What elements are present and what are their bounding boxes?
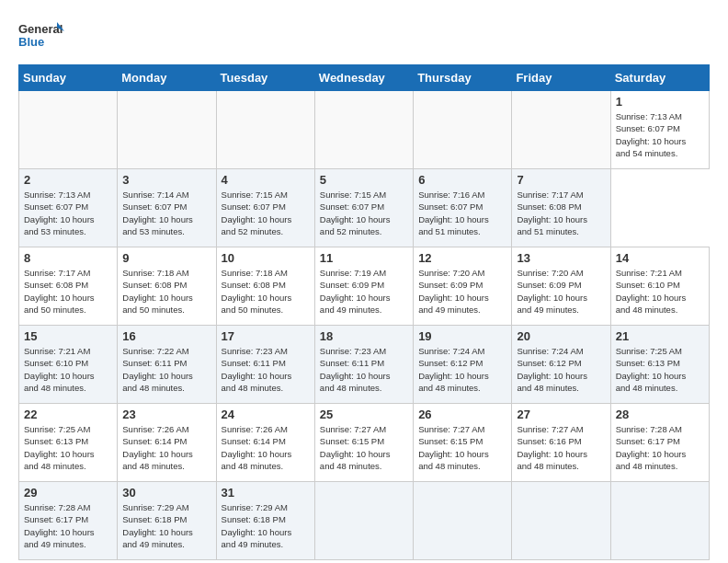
dow-header-monday: Monday [118, 65, 216, 91]
day-cell-7: 7Sunrise: 7:17 AMSunset: 6:08 PMDaylight… [512, 169, 610, 247]
day-number: 27 [517, 408, 605, 421]
day-number: 5 [320, 173, 408, 187]
day-info: Sunrise: 7:15 AMSunset: 6:07 PMDaylight:… [222, 190, 292, 236]
empty-cell [414, 482, 512, 560]
day-cell-26: 26Sunrise: 7:27 AMSunset: 6:15 PMDayligh… [414, 404, 512, 482]
empty-cell [216, 91, 314, 169]
day-cell-29: 29Sunrise: 7:28 AMSunset: 6:17 PMDayligh… [19, 482, 118, 560]
day-info: Sunrise: 7:27 AMSunset: 6:16 PMDaylight:… [517, 424, 587, 471]
logo-svg: General Blue [18, 18, 64, 55]
svg-text:General: General [18, 22, 63, 36]
day-info: Sunrise: 7:15 AMSunset: 6:07 PMDaylight:… [320, 190, 391, 236]
day-info: Sunrise: 7:26 AMSunset: 6:14 PMDaylight:… [122, 424, 193, 471]
day-number: 4 [222, 173, 310, 187]
day-info: Sunrise: 7:21 AMSunset: 6:10 PMDaylight:… [616, 268, 687, 315]
day-number: 18 [320, 329, 408, 343]
day-cell-30: 30Sunrise: 7:29 AMSunset: 6:18 PMDayligh… [118, 482, 216, 560]
dow-header-friday: Friday [512, 65, 610, 91]
empty-cell [512, 91, 610, 169]
day-number: 26 [418, 408, 506, 421]
day-cell-9: 9Sunrise: 7:18 AMSunset: 6:08 PMDaylight… [118, 247, 216, 326]
day-info: Sunrise: 7:20 AMSunset: 6:09 PMDaylight:… [418, 268, 489, 315]
day-cell-24: 24Sunrise: 7:26 AMSunset: 6:14 PMDayligh… [216, 404, 314, 482]
days-of-week-row: SundayMondayTuesdayWednesdayThursdayFrid… [19, 65, 710, 91]
day-cell-28: 28Sunrise: 7:28 AMSunset: 6:17 PMDayligh… [610, 404, 709, 482]
day-number: 1 [616, 95, 704, 109]
day-number: 6 [418, 173, 506, 187]
day-number: 13 [517, 251, 605, 265]
day-number: 31 [222, 486, 310, 500]
day-number: 16 [122, 329, 210, 343]
day-info: Sunrise: 7:18 AMSunset: 6:08 PMDaylight:… [122, 268, 193, 315]
day-number: 15 [24, 329, 112, 343]
day-cell-2: 2Sunrise: 7:13 AMSunset: 6:07 PMDaylight… [19, 169, 118, 247]
day-cell-1: 1Sunrise: 7:13 AMSunset: 6:07 PMDaylight… [610, 91, 709, 169]
day-cell-8: 8Sunrise: 7:17 AMSunset: 6:08 PMDaylight… [19, 247, 118, 326]
day-info: Sunrise: 7:24 AMSunset: 6:12 PMDaylight:… [517, 346, 587, 393]
day-info: Sunrise: 7:20 AMSunset: 6:09 PMDaylight:… [517, 268, 587, 315]
day-info: Sunrise: 7:28 AMSunset: 6:17 PMDaylight:… [24, 502, 95, 549]
day-info: Sunrise: 7:17 AMSunset: 6:08 PMDaylight:… [24, 268, 95, 315]
day-info: Sunrise: 7:21 AMSunset: 6:10 PMDaylight:… [24, 346, 95, 393]
day-number: 7 [517, 173, 605, 187]
day-info: Sunrise: 7:13 AMSunset: 6:07 PMDaylight:… [616, 111, 687, 158]
day-cell-6: 6Sunrise: 7:16 AMSunset: 6:07 PMDaylight… [414, 169, 512, 247]
day-cell-3: 3Sunrise: 7:14 AMSunset: 6:07 PMDaylight… [118, 169, 216, 247]
day-info: Sunrise: 7:27 AMSunset: 6:15 PMDaylight:… [320, 424, 391, 471]
day-info: Sunrise: 7:29 AMSunset: 6:18 PMDaylight:… [222, 502, 292, 549]
day-cell-16: 16Sunrise: 7:22 AMSunset: 6:11 PMDayligh… [118, 326, 216, 404]
empty-cell [610, 482, 709, 560]
day-number: 19 [418, 329, 506, 343]
day-cell-13: 13Sunrise: 7:20 AMSunset: 6:09 PMDayligh… [512, 247, 610, 326]
day-number: 2 [24, 173, 112, 187]
day-number: 29 [24, 486, 112, 500]
day-cell-18: 18Sunrise: 7:23 AMSunset: 6:11 PMDayligh… [314, 326, 413, 404]
week-row-2: 2Sunrise: 7:13 AMSunset: 6:07 PMDaylight… [19, 169, 710, 247]
day-info: Sunrise: 7:23 AMSunset: 6:11 PMDaylight:… [320, 346, 391, 393]
dow-header-sunday: Sunday [19, 65, 118, 91]
day-info: Sunrise: 7:28 AMSunset: 6:17 PMDaylight:… [616, 424, 687, 471]
day-info: Sunrise: 7:25 AMSunset: 6:13 PMDaylight:… [616, 346, 687, 393]
day-cell-21: 21Sunrise: 7:25 AMSunset: 6:13 PMDayligh… [610, 326, 709, 404]
day-number: 21 [616, 329, 704, 343]
dow-header-saturday: Saturday [610, 65, 709, 91]
day-number: 25 [320, 408, 408, 421]
dow-header-wednesday: Wednesday [314, 65, 413, 91]
day-info: Sunrise: 7:17 AMSunset: 6:08 PMDaylight:… [517, 190, 587, 236]
empty-cell [314, 482, 413, 560]
day-number: 24 [222, 408, 310, 421]
day-cell-4: 4Sunrise: 7:15 AMSunset: 6:07 PMDaylight… [216, 169, 314, 247]
day-cell-12: 12Sunrise: 7:20 AMSunset: 6:09 PMDayligh… [414, 247, 512, 326]
day-number: 30 [122, 486, 210, 500]
day-info: Sunrise: 7:14 AMSunset: 6:07 PMDaylight:… [122, 190, 193, 236]
day-cell-31: 31Sunrise: 7:29 AMSunset: 6:18 PMDayligh… [216, 482, 314, 560]
dow-header-thursday: Thursday [414, 65, 512, 91]
week-row-6: 29Sunrise: 7:28 AMSunset: 6:17 PMDayligh… [19, 482, 710, 560]
week-row-5: 22Sunrise: 7:25 AMSunset: 6:13 PMDayligh… [19, 404, 710, 482]
day-info: Sunrise: 7:18 AMSunset: 6:08 PMDaylight:… [222, 268, 292, 315]
day-number: 22 [24, 408, 112, 421]
day-info: Sunrise: 7:19 AMSunset: 6:09 PMDaylight:… [320, 268, 391, 315]
day-cell-17: 17Sunrise: 7:23 AMSunset: 6:11 PMDayligh… [216, 326, 314, 404]
day-cell-22: 22Sunrise: 7:25 AMSunset: 6:13 PMDayligh… [19, 404, 118, 482]
week-row-4: 15Sunrise: 7:21 AMSunset: 6:10 PMDayligh… [19, 326, 710, 404]
day-number: 17 [222, 329, 310, 343]
week-row-1: 1Sunrise: 7:13 AMSunset: 6:07 PMDaylight… [19, 91, 710, 169]
svg-text:Blue: Blue [18, 35, 44, 49]
day-cell-25: 25Sunrise: 7:27 AMSunset: 6:15 PMDayligh… [314, 404, 413, 482]
day-info: Sunrise: 7:24 AMSunset: 6:12 PMDaylight:… [418, 346, 489, 393]
day-number: 9 [122, 251, 210, 265]
empty-cell [512, 482, 610, 560]
day-cell-14: 14Sunrise: 7:21 AMSunset: 6:10 PMDayligh… [610, 247, 709, 326]
empty-cell [314, 91, 413, 169]
day-cell-23: 23Sunrise: 7:26 AMSunset: 6:14 PMDayligh… [118, 404, 216, 482]
day-cell-19: 19Sunrise: 7:24 AMSunset: 6:12 PMDayligh… [414, 326, 512, 404]
logo: General Blue [18, 18, 64, 55]
empty-cell [414, 91, 512, 169]
empty-cell [118, 91, 216, 169]
day-cell-15: 15Sunrise: 7:21 AMSunset: 6:10 PMDayligh… [19, 326, 118, 404]
day-info: Sunrise: 7:25 AMSunset: 6:13 PMDaylight:… [24, 424, 95, 471]
day-number: 28 [616, 408, 704, 421]
day-number: 12 [418, 251, 506, 265]
day-number: 23 [122, 408, 210, 421]
